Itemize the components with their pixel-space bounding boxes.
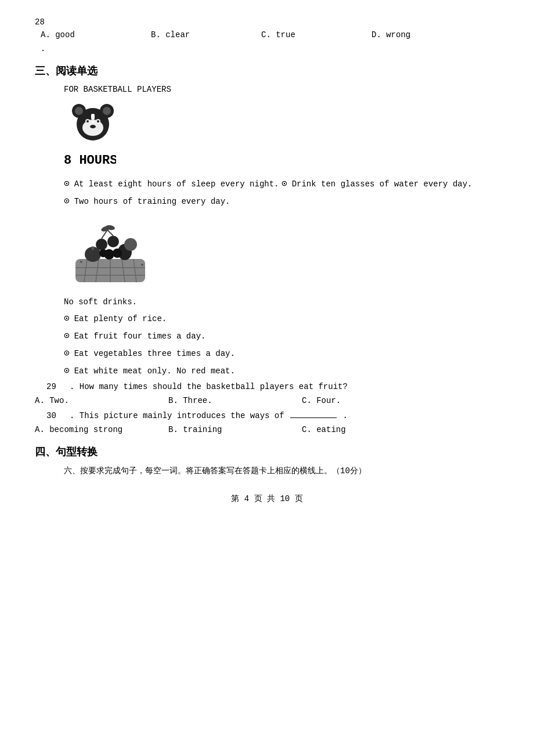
svg-point-4 [103, 107, 111, 115]
svg-point-36 [141, 264, 143, 266]
bullet-sleep-water: ⊙ At least eight hours of sleep every ni… [35, 178, 499, 189]
q28-label-c: C. [261, 30, 276, 39]
q28-options: A. good B. clear C. true D. wrong [35, 30, 499, 39]
bullet-training-text: Two hours of training every day. [74, 197, 230, 206]
dot-line: . [35, 44, 499, 53]
q28-value-c: true [276, 30, 295, 39]
q30-opt-c: C. eating [302, 425, 435, 434]
q29-text: . How many times should the basketball p… [70, 382, 348, 391]
q29-options: A. Two. B. Three. C. Four. [35, 396, 499, 405]
q29-val-c: Four. [316, 396, 341, 405]
svg-line-25 [107, 230, 113, 236]
bullet-training: ⊙ Two hours of training every day. [35, 195, 499, 207]
bear-image-area: 8 HOURS [64, 102, 499, 170]
q30-blank [290, 417, 337, 418]
q29-label-b: B. [168, 396, 183, 405]
question-28-row: 28 [35, 17, 499, 27]
bullet-symbol-water: ⊙ [282, 178, 287, 189]
svg-point-12 [92, 121, 94, 123]
svg-point-8 [86, 120, 89, 123]
q30-number: 30 [46, 411, 70, 420]
q30-val-b: training [183, 425, 222, 434]
q29-label-c: C. [302, 396, 316, 405]
svg-point-9 [97, 120, 99, 123]
bullet-symbol-sleep: ⊙ [64, 178, 70, 189]
bear-icon [64, 102, 122, 149]
bullet-symbol-training: ⊙ [64, 195, 70, 207]
svg-point-31 [113, 249, 122, 258]
q30-val-c: eating [316, 425, 345, 434]
svg-point-23 [107, 236, 119, 247]
q30-options: A. becoming strong B. training C. eating [35, 425, 499, 434]
q30-val-a: becoming strong [49, 425, 122, 434]
section4-instruction: 六、按要求完成句子，每空一词。将正确答案写在答题卡上相应的横线上。（10分） [64, 466, 499, 476]
fruit-basket-icon [64, 213, 157, 288]
bullet-sleep-text: At least eight hours of sleep every nigh… [74, 179, 279, 189]
page-footer: 第 4 页 共 10 页 [35, 494, 499, 504]
q30-label-c: C. [302, 425, 316, 434]
q29-row: 29 . How many times should the basketbal… [35, 382, 499, 391]
q30-opt-b: B. training [168, 425, 302, 434]
bullet-symbol-veg: ⊙ [64, 347, 70, 359]
bullet-symbol-rice: ⊙ [64, 312, 70, 324]
q29-number: 29 [46, 382, 70, 391]
q30-row: 30 . This picture mainly introduces the … [35, 411, 499, 420]
fruit-image-area [64, 213, 499, 290]
q28-label-b: B. [151, 30, 165, 39]
bullet-water-text: Drink ten glasses of water every day. [292, 179, 472, 189]
q29-opt-a: A. Two. [35, 396, 168, 405]
bullet-sleep: ⊙ At least eight hours of sleep every ni… [64, 178, 282, 189]
q28-option-a: A. good [41, 30, 151, 39]
svg-point-32 [99, 249, 107, 257]
reading-header: FOR BASKETBALL PLAYERS [64, 85, 499, 94]
bullet-symbol-fruit: ⊙ [64, 330, 70, 341]
bullet-rice-text: Eat plenty of rice. [74, 314, 167, 323]
q29-opt-c: C. Four. [302, 396, 435, 405]
q28-option-d: D. wrong [371, 30, 482, 39]
q28-option-c: C. true [261, 30, 371, 39]
q28-label-d: D. [371, 30, 386, 39]
q30-text-before: . This picture mainly introduces the way… [70, 411, 284, 420]
bullet-meat: ⊙ Eat white meat only. No red meat. [35, 365, 499, 376]
q30-label-b: B. [168, 425, 183, 434]
q29-label-a: A. [35, 396, 49, 405]
svg-rect-11 [91, 114, 95, 120]
q29-opt-b: B. Three. [168, 396, 302, 405]
q28-value-d: wrong [386, 30, 410, 39]
svg-point-35 [80, 261, 82, 263]
bullet-fruit: ⊙ Eat fruit four times a day. [35, 330, 499, 341]
svg-rect-27 [92, 246, 94, 250]
q28-value-a: good [55, 30, 75, 39]
bullet-symbol-meat: ⊙ [64, 365, 70, 376]
hours-text-icon: 8 HOURS [64, 149, 116, 167]
q30-opt-a: A. becoming strong [35, 425, 168, 434]
q30-text: . This picture mainly introduces the way… [70, 411, 348, 420]
bullet-meat-text: Eat white meat only. No red meat. [74, 366, 235, 376]
bullet-fruit-text: Eat fruit four times a day. [74, 332, 206, 341]
section3-title: 三、阅读单选 [35, 64, 499, 78]
no-soft-drinks: No soft drinks. [64, 297, 499, 307]
bullet-veg-text: Eat vegetables three times a day. [74, 349, 235, 358]
bullet-vegetables: ⊙ Eat vegetables three times a day. [35, 347, 499, 359]
q28-option-b: B. clear [151, 30, 261, 39]
q28-value-b: clear [165, 30, 190, 39]
section4-title: 四、句型转换 [35, 445, 499, 459]
svg-text:8 HOURS: 8 HOURS [64, 153, 116, 167]
svg-point-3 [75, 107, 83, 115]
q28-label-a: A. [41, 30, 55, 39]
bullet-rice: ⊙ Eat plenty of rice. [35, 312, 499, 324]
svg-point-29 [124, 238, 137, 251]
q30-text-after: . [342, 411, 347, 420]
bullet-water: ⊙ Drink ten glasses of water every day. [282, 178, 499, 189]
hours-label: 8 HOURS [64, 149, 116, 170]
q29-val-a: Two. [49, 396, 69, 405]
q30-label-a: A. [35, 425, 49, 434]
q28-number: 28 [35, 17, 52, 27]
q29-val-b: Three. [183, 396, 212, 405]
svg-point-10 [90, 125, 96, 128]
